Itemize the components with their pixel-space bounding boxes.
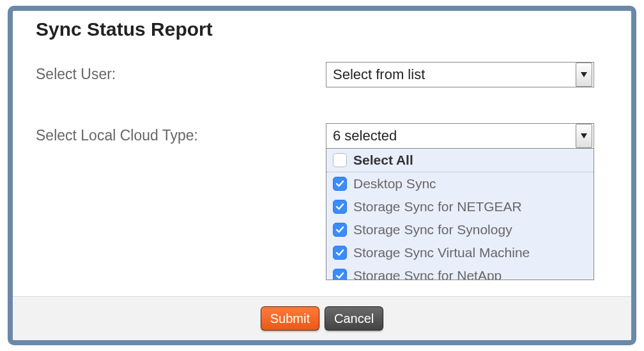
- chevron-down-icon[interactable]: [576, 63, 592, 87]
- svg-marker-0: [581, 72, 587, 77]
- submit-button[interactable]: Submit: [261, 306, 319, 331]
- checkbox-checked-icon[interactable]: [333, 177, 347, 191]
- row-select-user: Select User: Select from list: [36, 62, 612, 87]
- cloud-type-options-scroll[interactable]: Select All Desktop Sync: [326, 149, 594, 280]
- page-title: Sync Status Report: [36, 19, 612, 40]
- option-netgear[interactable]: Storage Sync for NETGEAR: [326, 195, 594, 218]
- option-label: Select All: [353, 153, 413, 168]
- cancel-button[interactable]: Cancel: [325, 306, 383, 331]
- option-synology[interactable]: Storage Sync for Synology: [326, 218, 594, 241]
- select-user-dropdown[interactable]: Select from list: [326, 62, 594, 87]
- option-desktop-sync[interactable]: Desktop Sync: [326, 172, 594, 195]
- dialog-frame: Sync Status Report Select User: Select f…: [8, 6, 636, 345]
- svg-marker-1: [581, 133, 587, 138]
- cloud-type-multiselect: 6 selected Select All: [326, 123, 594, 149]
- checkbox-checked-icon[interactable]: [333, 246, 347, 260]
- checkbox-icon[interactable]: [333, 153, 347, 167]
- option-virtual-machine[interactable]: Storage Sync Virtual Machine: [326, 241, 594, 264]
- checkbox-checked-icon[interactable]: [333, 200, 347, 214]
- cloud-type-summary: 6 selected: [333, 128, 397, 144]
- label-select-user: Select User:: [36, 62, 326, 87]
- select-user-value: Select from list: [333, 66, 425, 83]
- dialog-footer: Submit Cancel: [13, 296, 631, 340]
- option-label: Storage Sync for NetApp: [353, 268, 502, 280]
- option-label: Storage Sync Virtual Machine: [353, 245, 530, 260]
- row-cloud-type: Select Local Cloud Type: 6 selected: [36, 123, 612, 149]
- cloud-type-options-panel: Select All Desktop Sync: [326, 149, 594, 280]
- cloud-type-dropdown[interactable]: 6 selected: [326, 123, 594, 149]
- checkbox-checked-icon[interactable]: [333, 223, 347, 237]
- option-label: Storage Sync for NETGEAR: [353, 199, 522, 214]
- option-label: Storage Sync for Synology: [353, 222, 512, 237]
- option-label: Desktop Sync: [353, 176, 436, 191]
- label-cloud-type: Select Local Cloud Type:: [36, 123, 326, 149]
- col-select-user: Select from list: [326, 62, 594, 87]
- option-netapp[interactable]: Storage Sync for NetApp: [326, 264, 594, 280]
- option-select-all[interactable]: Select All: [326, 149, 594, 172]
- checkbox-checked-icon[interactable]: [333, 269, 347, 280]
- dialog-content: Sync Status Report Select User: Select f…: [13, 11, 631, 297]
- chevron-down-icon[interactable]: [576, 124, 592, 148]
- col-cloud-type: 6 selected Select All: [326, 123, 594, 149]
